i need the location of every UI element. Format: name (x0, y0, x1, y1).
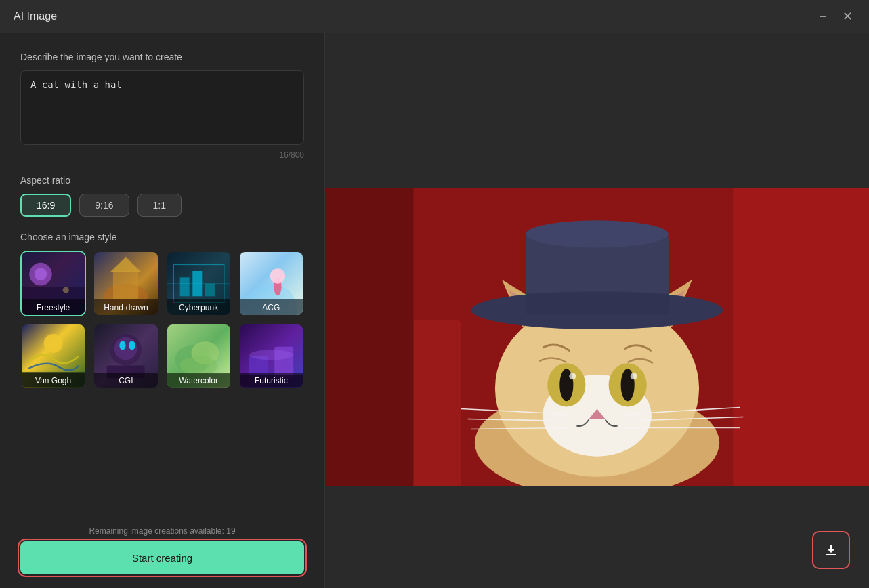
aspect-btn-1-1[interactable]: 1:1 (137, 194, 182, 217)
svg-point-1 (35, 268, 47, 280)
style-section: Choose an image style Freest (20, 232, 304, 390)
title-bar: AI Image − ✕ (0, 0, 869, 33)
style-item-handdrawn[interactable]: Hand-drawn (93, 251, 158, 316)
aspect-btn-9-16[interactable]: 9:16 (79, 194, 129, 217)
prompt-label: Describe the image you want to create (20, 51, 304, 62)
style-grid: Freestyle Hand-drawn (20, 251, 304, 390)
svg-point-21 (129, 341, 135, 350)
style-item-futuristic[interactable]: Futuristic (238, 323, 304, 389)
svg-point-29 (249, 350, 293, 360)
svg-point-44 (526, 220, 669, 247)
svg-marker-6 (110, 257, 142, 272)
svg-point-51 (569, 373, 576, 379)
app-window: AI Image − ✕ Describe the image you want… (0, 0, 869, 588)
style-item-watercolor[interactable]: Watercolor (166, 323, 232, 389)
svg-rect-60 (826, 554, 836, 555)
style-label-handdrawn: Hand-drawn (94, 299, 157, 315)
svg-point-14 (270, 268, 285, 283)
svg-point-20 (120, 341, 126, 350)
svg-rect-10 (205, 284, 214, 297)
right-panel (325, 33, 869, 588)
svg-rect-5 (113, 271, 138, 299)
svg-rect-34 (325, 188, 413, 486)
style-label-watercolor: Watercolor (167, 373, 230, 388)
main-content: Describe the image you want to create A … (0, 33, 869, 588)
svg-rect-8 (179, 277, 189, 296)
svg-point-16 (44, 334, 63, 353)
prompt-section: Describe the image you want to create A … (20, 51, 304, 160)
style-label: Choose an image style (20, 232, 304, 243)
aspect-btn-16-9[interactable]: 16:9 (20, 194, 71, 217)
style-item-cyberpunk[interactable]: Cyberpunk (166, 251, 232, 316)
style-label-vangogh: Van Gogh (22, 373, 85, 388)
svg-rect-46 (526, 293, 669, 314)
style-item-freestyle[interactable]: Freestyle (20, 251, 86, 316)
right-bottom-area (325, 486, 869, 588)
generated-image (325, 188, 869, 486)
style-item-cgi[interactable]: CGI (93, 323, 158, 389)
window-title: AI Image (14, 10, 57, 22)
left-panel: Describe the image you want to create A … (0, 33, 325, 588)
prompt-input[interactable]: A cat with a hat (20, 70, 304, 145)
start-creating-button[interactable]: Start creating (20, 541, 304, 574)
aspect-buttons-group: 16:9 9:16 1:1 (20, 194, 304, 217)
style-label-futuristic: Futuristic (240, 373, 303, 388)
minimize-button[interactable]: − (816, 7, 829, 25)
svg-point-52 (631, 373, 637, 379)
style-item-acg[interactable]: ACG (238, 251, 304, 316)
right-top-area (325, 33, 869, 188)
window-controls: − ✕ (816, 7, 855, 25)
remaining-text: Remaining image creations available: 19 (20, 526, 304, 536)
style-label-cgi: CGI (94, 373, 157, 388)
download-button[interactable] (812, 531, 850, 569)
svg-rect-33 (733, 188, 869, 486)
aspect-ratio-section: Aspect ratio 16:9 9:16 1:1 (20, 175, 304, 217)
style-item-vangogh[interactable]: Van Gogh (20, 323, 86, 389)
style-label-freestyle: Freestyle (22, 299, 85, 315)
bottom-section: Remaining image creations available: 19 … (20, 513, 304, 574)
style-label-cyberpunk: Cyberpunk (167, 299, 230, 315)
char-count: 16/800 (20, 150, 304, 160)
aspect-ratio-label: Aspect ratio (20, 175, 304, 186)
style-label-acg: ACG (240, 299, 303, 315)
close-button[interactable]: ✕ (840, 7, 855, 25)
